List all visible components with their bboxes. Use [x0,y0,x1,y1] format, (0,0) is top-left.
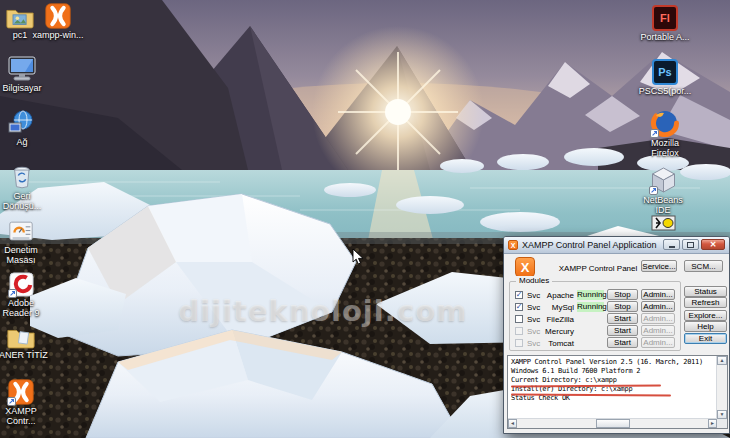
xampp-logo: X [515,257,535,277]
desktop-icon-kd[interactable] [645,214,681,232]
stop-button[interactable]: Stop [607,289,638,300]
module-row-filezilla: Svc FileZilla Start Admin... [510,314,680,325]
status-button[interactable]: Status [684,286,727,297]
module-row-mysql: ✓ Svc MySql Running Stop Admin... [510,302,680,313]
desktop-icon-xampp-control[interactable]: XAMPPContr... [0,379,49,426]
modules-legend: Modules [516,276,552,285]
window-titlebar[interactable]: X XAMPP Control Panel Application ✕ [504,237,729,254]
xampp-window-icon: X [508,240,518,250]
admin-button[interactable]: Admin... [641,301,675,312]
window-title: XAMPP Control Panel Application [522,240,656,250]
photoshop-ps-icon: Ps [652,59,678,85]
shortcut-arrow-icon [8,289,17,298]
start-button[interactable]: Start [607,313,638,324]
desktop-icon-computer[interactable]: Bilgisayar [0,56,50,93]
module-name: FileZilla [538,315,574,324]
maximize-button[interactable] [682,239,699,250]
shortcut-arrow-icon [650,129,659,138]
computer-icon [7,56,37,82]
scrollbar-thumb[interactable] [596,419,630,428]
desktop-icon-recycle-bin[interactable]: GeriDönüşü... [0,163,50,211]
scm-button[interactable]: SCM... [684,260,723,272]
icon-label: Ağ [16,137,27,147]
icon-label: xampp-win... [32,30,83,40]
svc-checkbox[interactable]: ✓ [515,291,523,299]
window-client-area: X XAMPP Control Panel Service... SCM... … [505,253,728,433]
svc-checkbox[interactable] [515,315,523,323]
horizontal-scrollbar[interactable] [508,418,717,428]
start-button[interactable]: Start [607,325,638,336]
minimize-button[interactable] [663,239,680,250]
refresh-button[interactable]: Refresh [684,297,727,308]
module-name: Mercury [538,327,574,336]
icon-label: Bilgisayar [2,83,41,93]
admin-button-disabled: Admin... [641,325,675,336]
status-badge: Running [577,302,604,312]
scroll-down-icon[interactable] [717,410,727,419]
icon-label: MozillaFirefox [651,138,679,158]
help-button[interactable]: Help [684,321,727,332]
module-row-mercury: Svc Mercury Start Admin... [510,326,680,337]
icon-label: TANER TİTİZ [0,350,48,360]
service-button[interactable]: Service... [641,260,677,272]
network-globe-icon [7,110,37,136]
kd-icon [651,214,676,232]
desktop-icon-photoshop[interactable]: Ps PSCS5(por... [637,59,693,96]
shortcut-arrow-icon [7,397,16,406]
desktop-icon-control-panel[interactable]: DenetimMasası [0,219,49,265]
site-watermark: dijiteknoloji.com [178,294,458,328]
modules-groupbox: Modules ✓ Svc Apache Running Stop Admin.… [509,281,681,351]
module-row-tomcat: Svc Tomcat Start Admin... [510,338,680,349]
desktop-icon-adobe-reader[interactable]: AdobeReader 9 [0,272,49,318]
icon-label: AdobeReader 9 [2,298,39,318]
module-name: MySql [538,303,574,312]
shortcut-arrow-icon [649,186,658,195]
icon-label: PSCS5(por... [639,86,692,96]
adobe-reader-icon [9,272,34,297]
mouse-cursor [352,248,365,266]
desktop-icon-firefox[interactable]: MozillaFirefox [637,109,693,158]
admin-button-disabled: Admin... [641,313,675,324]
admin-button[interactable]: Admin... [641,289,675,300]
flash-fl-icon: Fl [652,5,678,31]
status-badge: Running [577,290,604,300]
xampp-icon [45,3,71,29]
svc-checkbox-disabled [515,327,523,335]
exit-button[interactable]: Exit [684,333,727,344]
start-button[interactable]: Start [607,337,638,348]
desktop-icon-flash-portable[interactable]: Fl Portable A... [637,5,693,42]
xampp-control-panel-window: X XAMPP Control Panel Application ✕ X XA… [503,236,730,434]
module-name: Tomcat [538,339,574,348]
control-panel-icon [7,219,35,244]
folder-icon [7,325,35,349]
vertical-scrollbar[interactable] [716,356,727,419]
scroll-left-icon[interactable] [508,419,517,428]
desktop-icon-network[interactable]: Ağ [0,110,50,147]
stop-button[interactable]: Stop [607,301,638,312]
console-text: XAMPP Control Panel Version 2.5 (16. Mar… [511,358,715,418]
module-row-apache: ✓ Svc Apache Running Stop Admin... [510,290,680,301]
firefox-icon [651,109,679,137]
svc-checkbox[interactable]: ✓ [515,303,523,311]
desktop: dijiteknoloji.com pc1 xampp-win... Bilgi… [0,0,730,438]
xampp-icon [8,379,34,405]
icon-label: Portable A... [640,32,689,42]
desktop-icon-folder-taner[interactable]: TANER TİTİZ [0,325,49,360]
scroll-up-icon[interactable] [717,356,727,365]
netbeans-cube-icon [650,166,677,194]
explore-button[interactable]: Explore... [684,310,727,321]
icon-label: GeriDönüşü... [3,191,42,211]
admin-button-disabled: Admin... [641,337,675,348]
icon-label: DenetimMasası [4,245,38,265]
scrollbar-corner [717,419,727,428]
scroll-right-icon[interactable] [708,419,717,428]
svc-checkbox-disabled [515,339,523,347]
recycle-bin-icon [10,163,34,190]
close-button[interactable]: ✕ [701,239,725,250]
app-title: XAMPP Control Panel [555,264,641,273]
desktop-icon-xampp-installer[interactable]: xampp-win... [30,3,86,40]
console-output[interactable]: XAMPP Control Panel Version 2.5 (16. Mar… [507,355,728,429]
icon-label: XAMPPContr... [5,406,37,426]
module-name: Apache [538,291,574,300]
icon-label: pc1 [13,30,28,40]
